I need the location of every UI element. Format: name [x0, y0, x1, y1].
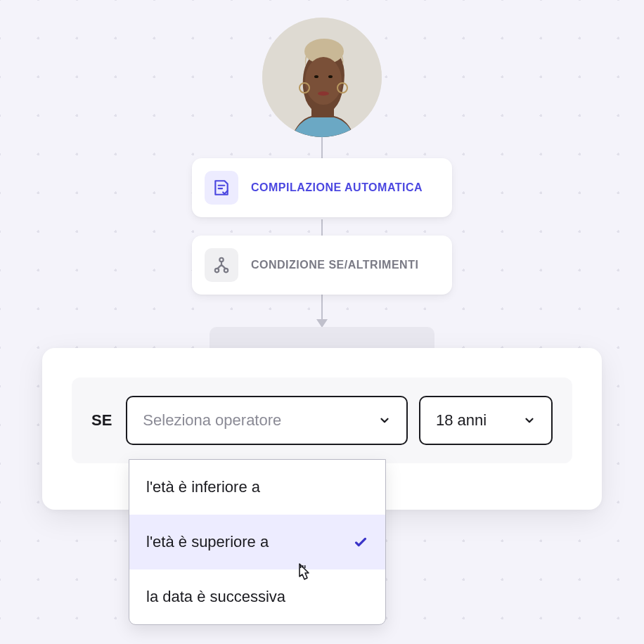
chevron-down-icon [523, 414, 536, 427]
svg-point-3 [314, 75, 318, 78]
if-label: SE [91, 411, 112, 430]
svg-point-10 [224, 269, 228, 272]
branch-icon [205, 248, 238, 282]
svg-point-4 [328, 75, 333, 78]
connector-line [321, 137, 323, 160]
svg-point-2 [305, 57, 342, 105]
document-check-icon [205, 171, 238, 205]
connector-line [321, 219, 323, 236]
dropdown-option[interactable]: l'età è superiore a [129, 515, 385, 569]
cursor-pointer-icon [294, 562, 315, 586]
condition-label: CONDIZIONE SE/ALTRIMENTI [251, 259, 418, 271]
option-label: l'età è inferiore a [146, 478, 260, 496]
svg-point-5 [318, 91, 329, 96]
autofill-label: COMPILAZIONE AUTOMATICA [251, 181, 423, 194]
operator-select[interactable]: Seleziona operatore [126, 396, 408, 445]
value-select[interactable]: 18 anni [419, 396, 553, 445]
autofill-node[interactable]: COMPILAZIONE AUTOMATICA [192, 158, 452, 217]
connector-line [321, 290, 323, 323]
check-icon [353, 534, 368, 550]
dropdown-option[interactable]: l'età è inferiore a [129, 460, 385, 515]
svg-rect-13 [304, 565, 306, 568]
option-label: la data è successiva [146, 588, 285, 606]
option-label: l'età è superiore a [146, 533, 269, 551]
svg-rect-12 [302, 565, 304, 568]
avatar [262, 18, 382, 137]
operator-dropdown: l'età è inferiore a l'età è superiore a … [129, 459, 386, 625]
condition-row: SE Seleziona operatore 18 anni [72, 378, 572, 463]
svg-rect-11 [300, 565, 302, 568]
chevron-down-icon [378, 414, 391, 427]
operator-placeholder: Seleziona operatore [143, 411, 281, 430]
value-text: 18 anni [436, 411, 487, 430]
dropdown-option[interactable]: la data è successiva [129, 569, 385, 624]
svg-point-9 [215, 269, 219, 272]
condition-node[interactable]: CONDIZIONE SE/ALTRIMENTI [192, 236, 452, 295]
